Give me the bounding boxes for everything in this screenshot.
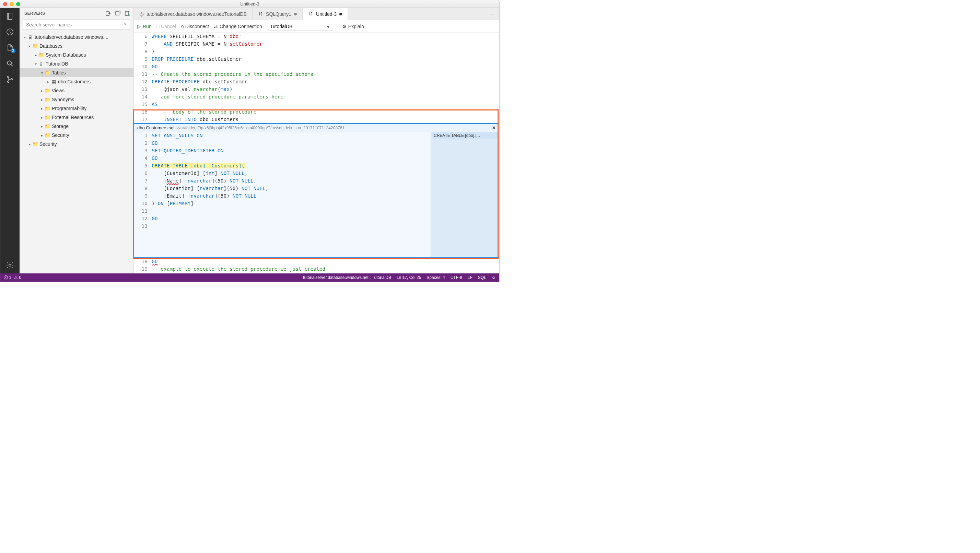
security-node[interactable]: ▸📁Security (19, 131, 134, 140)
sidebar: SERVERS ✕ ▾🖥tutorialserver.database.wind… (19, 8, 134, 273)
editor-bottom[interactable]: 1819 GO-- example to execute the stored … (134, 257, 499, 273)
dashboard-icon: ◎ (139, 11, 144, 17)
svg-point-5 (8, 81, 9, 82)
tab-overflow-icon[interactable]: ⋯ (485, 8, 499, 20)
code-content[interactable]: SET ANSI_NULLS ONGOSET QUOTED_IDENTIFIER… (152, 132, 431, 257)
code-content[interactable]: WHERE SPECIFIC_SCHEMA = N'dbo' AND SPECI… (152, 33, 499, 123)
editor-stack: 67891011121314151617 WHERE SPECIFIC_SCHE… (134, 33, 499, 273)
svg-point-7 (9, 264, 11, 266)
peek-header: dbo.Customers.sql /var/folders/9p/x5j8hp… (134, 124, 499, 132)
tab-untitled3[interactable]: 🛢 Untitled-3 (303, 8, 348, 20)
play-icon: ▷ (137, 24, 141, 29)
feedback-icon[interactable]: ☺ (492, 275, 496, 280)
database-icon: 🛢 (308, 11, 313, 17)
status-bar: ⓧ 1 ⚠ 0 tutorialserver.database.windows.… (0, 273, 499, 282)
peek-filepath: /var/folders/9p/x5j8hphj42x95f26rn6r_gc4… (177, 126, 489, 130)
warning-icon: ⚠ (14, 275, 18, 280)
system-databases-node[interactable]: ▸📁System Databases (19, 51, 134, 59)
change-connection-icon: ⇄ (214, 24, 218, 29)
databases-node[interactable]: ▾📁Databases (19, 41, 134, 51)
tutorialdb-node[interactable]: ▾🛢TutorialDB (19, 59, 134, 68)
app-window: Untitled-3 2 (0, 0, 500, 282)
status-spaces[interactable]: Spaces: 4 (426, 275, 445, 280)
minimize-window-icon[interactable] (10, 2, 14, 6)
code-content[interactable]: GO-- example to execute the stored proce… (152, 257, 499, 273)
explorer-badge: 2 (11, 48, 16, 53)
explain-button[interactable]: ⚙Explain (342, 24, 364, 29)
svg-rect-1 (8, 13, 12, 19)
server-search: ✕ (23, 19, 130, 30)
svg-point-6 (11, 79, 12, 80)
programmability-node[interactable]: ▸📁Programmability (19, 104, 134, 113)
peek-editor[interactable]: 12345678910111213 SET ANSI_NULLS ONGOSET… (134, 132, 431, 257)
svg-point-4 (8, 76, 9, 78)
tab-sqlquery1[interactable]: 🛢 SQLQuery1 (253, 8, 303, 20)
disconnect-icon: ⎋ (181, 24, 184, 29)
database-select[interactable]: TutorialDB (267, 22, 332, 31)
peek-view: dbo.Customers.sql /var/folders/9p/x5j8hp… (134, 123, 499, 257)
status-encoding[interactable]: UTF-8 (450, 275, 462, 280)
clear-search-icon[interactable]: ✕ (124, 22, 127, 27)
sidebar-title: SERVERS (24, 11, 45, 16)
window-title: Untitled-3 (240, 2, 259, 6)
dirty-indicator-icon (339, 13, 342, 16)
gutter: 12345678910111213 (134, 132, 152, 257)
new-server-group-icon[interactable] (115, 11, 121, 16)
editor-area: ◎ tutorialserver.database.windows.net:Tu… (134, 8, 499, 273)
window-controls (3, 2, 20, 6)
settings-icon[interactable] (5, 261, 15, 270)
server-node[interactable]: ▾🖥tutorialserver.database.windows.... (19, 33, 134, 41)
dirty-indicator-icon (294, 13, 297, 16)
query-toolbar: ▷Run □Cancel ⎋Disconnect ⇄Change Connect… (134, 20, 499, 33)
storage-node[interactable]: ▸📁Storage (19, 122, 134, 131)
peek-reference-item[interactable]: CREATE TABLE [dbo].[... (432, 132, 498, 138)
status-language[interactable]: SQL (478, 275, 486, 280)
editor-tabs: ◎ tutorialserver.database.windows.net:Tu… (134, 8, 499, 20)
status-position[interactable]: Ln 17, Col 25 (397, 275, 421, 280)
warnings-indicator[interactable]: ⚠ 0 (14, 275, 21, 280)
status-eol[interactable]: LF (468, 275, 473, 280)
close-window-icon[interactable] (3, 2, 7, 6)
cancel-button[interactable]: □Cancel (156, 24, 176, 29)
explain-icon: ⚙ (342, 24, 347, 29)
servers-icon[interactable] (5, 11, 15, 21)
titlebar: Untitled-3 (0, 0, 499, 8)
server-search-input[interactable] (23, 19, 130, 30)
security-top-node[interactable]: ▸📁Security (19, 140, 134, 149)
gutter: 67891011121314151617 (134, 33, 152, 123)
peek-filename: dbo.Customers.sql (137, 125, 174, 130)
svg-point-11 (128, 14, 130, 16)
synonyms-node[interactable]: ▸📁Synonyms (19, 95, 134, 104)
explorer-icon[interactable]: 2 (5, 43, 15, 52)
maximize-window-icon[interactable] (16, 2, 20, 6)
tables-node[interactable]: ▾📁Tables (19, 68, 134, 77)
source-control-icon[interactable] (5, 75, 15, 84)
dbo-customers-node[interactable]: ▸▦dbo.Customers (19, 77, 134, 86)
editor-top[interactable]: 67891011121314151617 WHERE SPECIFIC_SCHE… (134, 33, 499, 123)
tab-dashboard[interactable]: ◎ tutorialserver.database.windows.net:Tu… (134, 8, 253, 20)
database-select-wrap: TutorialDB (267, 22, 332, 31)
sidebar-header: SERVERS (19, 8, 134, 18)
peek-close-icon[interactable]: ✕ (492, 125, 496, 130)
run-button[interactable]: ▷Run (137, 24, 152, 29)
external-resources-node[interactable]: ▸📁External Resources (19, 113, 134, 122)
new-query-icon[interactable] (105, 11, 111, 16)
server-tree: ▾🖥tutorialserver.database.windows.... ▾📁… (19, 33, 134, 273)
tasks-icon[interactable] (5, 27, 15, 37)
stop-icon: □ (156, 24, 159, 29)
error-icon: ⓧ (4, 275, 8, 280)
errors-indicator[interactable]: ⓧ 1 (4, 275, 11, 281)
svg-rect-10 (125, 11, 129, 16)
search-icon[interactable] (5, 59, 15, 68)
svg-point-3 (8, 61, 12, 65)
disconnect-button[interactable]: ⎋Disconnect (181, 24, 209, 29)
change-connection-button[interactable]: ⇄Change Connection (214, 24, 262, 29)
activity-bar: 2 (0, 8, 19, 273)
peek-references: CREATE TABLE [dbo].[... (431, 132, 499, 257)
views-node[interactable]: ▸📁Views (19, 86, 134, 95)
database-icon: 🛢 (258, 11, 263, 17)
svg-rect-9 (116, 12, 119, 15)
status-connection[interactable]: tutorialserver.database.windows.net : Tu… (303, 275, 391, 280)
new-connection-icon[interactable] (124, 11, 130, 16)
gutter: 1819 (134, 257, 152, 273)
